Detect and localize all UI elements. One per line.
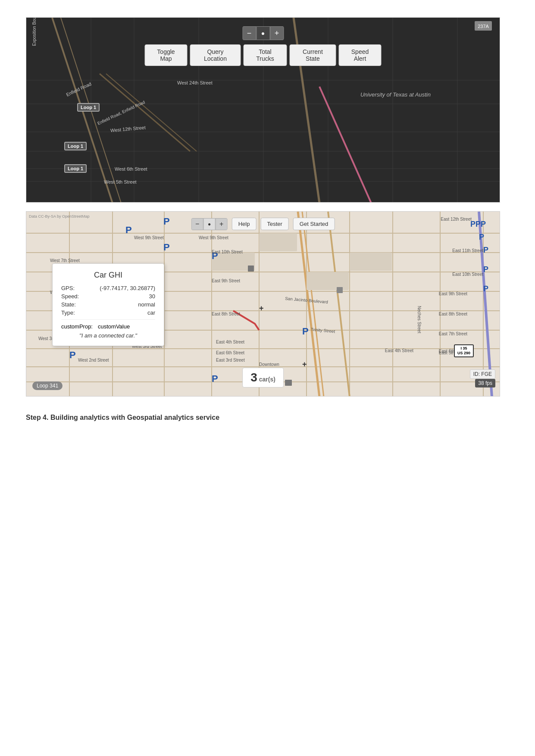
e4th-label-r: East 4th Street [385, 348, 413, 353]
loop-badge-2: Loop 1 [64, 142, 87, 150]
e9th-label-r: East 9th Street [439, 291, 467, 296]
svg-rect-43 [350, 253, 392, 271]
loop-badge-map2: Loop 341 [32, 381, 63, 390]
loop-badge-1: Loop 1 [77, 103, 100, 112]
map2-toolbar: − ● + Help Tester Get Started [191, 218, 335, 230]
custom-prop-value: customValue [98, 323, 130, 330]
car-count-number: 3 [250, 371, 257, 384]
state-value: normal [138, 301, 155, 308]
svg-text:P: P [483, 284, 488, 293]
e3rd-label: East 3rd Street [216, 358, 245, 362]
car-count-badge: 3 car(s) [242, 368, 284, 387]
e8th-label-r: East 8th Street [439, 312, 467, 316]
tester-button[interactable]: Tester [260, 218, 288, 230]
map1-toolbar: − ● + Toggle Map Query Location Total Tr… [145, 26, 382, 66]
main-container: 237A University of Texas at Austin West … [26, 17, 509, 422]
gps-value: (-97.74177, 30.26877) [100, 285, 155, 291]
speed-row: Speed: 30 [61, 293, 155, 300]
street-label-5th: West 5th Street [104, 179, 137, 184]
downtown-label: Downtown [259, 362, 279, 367]
e4th-label-l: East 4th Street [216, 340, 244, 344]
type-label: Type: [61, 309, 75, 316]
zoom-center-btn-1[interactable]: ● [256, 26, 270, 40]
popup-title: Car GHI [61, 271, 155, 280]
zoom-center-btn-2[interactable]: ● [203, 218, 216, 230]
map-panel-1: 237A University of Texas at Austin West … [26, 17, 500, 203]
svg-text:P: P [163, 216, 170, 227]
svg-rect-59 [248, 266, 254, 272]
svg-text:+: + [259, 304, 264, 312]
svg-text:P: P [125, 225, 132, 235]
nephi-label: Neches Street [417, 306, 422, 333]
e12th-label: East 12th Street [441, 217, 472, 222]
gps-row: GPS: (-97.74177, 30.26877) [61, 285, 155, 291]
custom-prop-row: customProp: customValue [61, 323, 155, 330]
loop-badge-3: Loop 1 [64, 164, 87, 173]
fps-badge: 38 fps [475, 379, 495, 387]
svg-text:P: P [69, 350, 76, 360]
w7th-label: West 7th Street [50, 258, 80, 263]
svg-text:237A: 237A [478, 24, 489, 29]
svg-rect-41 [259, 233, 297, 251]
nav-buttons-1: Toggle Map Query Location Total Trucks C… [145, 44, 382, 66]
step-label: Step 4. Building analytics with Geospati… [26, 414, 509, 422]
svg-rect-61 [285, 380, 292, 386]
svg-line-38 [328, 212, 350, 396]
total-trucks-button[interactable]: Total Trucks [243, 44, 287, 66]
exposition-label: Exposition Boulevard [32, 17, 37, 46]
street-label-24th: West 24th Street [177, 80, 213, 85]
speed-alert-button[interactable]: Speed Alert [339, 44, 382, 66]
zoom-plus-btn-2[interactable]: + [216, 218, 228, 230]
type-row: Type: car [61, 309, 155, 316]
w9th-center: West 9th Street [199, 235, 228, 240]
id-badge: ID: FGE [470, 369, 495, 379]
zoom-controls-1: − ● + [242, 26, 284, 40]
svg-text:P: P [479, 233, 484, 241]
zoom-minus-btn-2[interactable]: − [191, 218, 203, 230]
e9th-label-l: East 9th Street [212, 278, 240, 283]
zoom-controls-2: − ● + [191, 218, 228, 230]
car-count-label: car(s) [259, 376, 275, 383]
speed-value: 30 [149, 293, 155, 300]
zoom-minus-btn-1[interactable]: − [242, 26, 256, 40]
e8th-label-l: East 8th Street [212, 312, 240, 316]
zoom-plus-btn-1[interactable]: + [270, 26, 284, 40]
svg-text:P: P [163, 242, 170, 253]
highway-shield: I 35 US 290 [454, 344, 474, 357]
svg-line-36 [298, 212, 319, 396]
svg-text:P: P [483, 265, 488, 274]
svg-rect-60 [337, 287, 343, 293]
get-started-button[interactable]: Get Started [293, 218, 335, 230]
gps-label: GPS: [61, 285, 75, 291]
e11th-label: East 11th Street [452, 248, 483, 253]
svg-text:PPP: PPP [470, 220, 486, 228]
state-label: State: [61, 301, 76, 308]
map-credit: Data CC-By-SA by OpenStreetMap [29, 214, 90, 219]
e10th-label-l: East 10th Street [212, 250, 243, 254]
svg-text:P: P [212, 373, 218, 384]
custom-prop-label: customProp: [61, 323, 93, 330]
state-row: State: normal [61, 301, 155, 308]
type-value: car [147, 309, 155, 316]
info-popup: Car GHI GPS: (-97.74177, 30.26877) Speed… [52, 263, 164, 346]
svg-text:+: + [302, 360, 307, 369]
svg-text:P: P [302, 326, 309, 337]
w9th-label: West 9th Street [134, 235, 164, 240]
university-label: University of Texas at Austin [360, 91, 431, 99]
current-state-button[interactable]: Current State [289, 44, 336, 66]
map-panel-2: P P P P P P P P + + PPP P P P P [26, 211, 500, 397]
e6th-label-l: East 6th Street [216, 350, 244, 355]
e7th-label: East 7th Street [439, 331, 467, 336]
help-button[interactable]: Help [232, 218, 257, 230]
speed-label: Speed: [61, 293, 79, 300]
query-location-button[interactable]: Query Location [190, 44, 241, 66]
w2nd-label: West 2nd Street [78, 358, 109, 362]
svg-text:P: P [483, 246, 488, 254]
toggle-map-button[interactable]: Toggle Map [145, 44, 188, 66]
popup-quote: "I am a connected car." [61, 332, 155, 339]
e10th-label-r: East 10th Street [452, 272, 483, 277]
street-label-6th: West 6th Street [115, 166, 147, 172]
